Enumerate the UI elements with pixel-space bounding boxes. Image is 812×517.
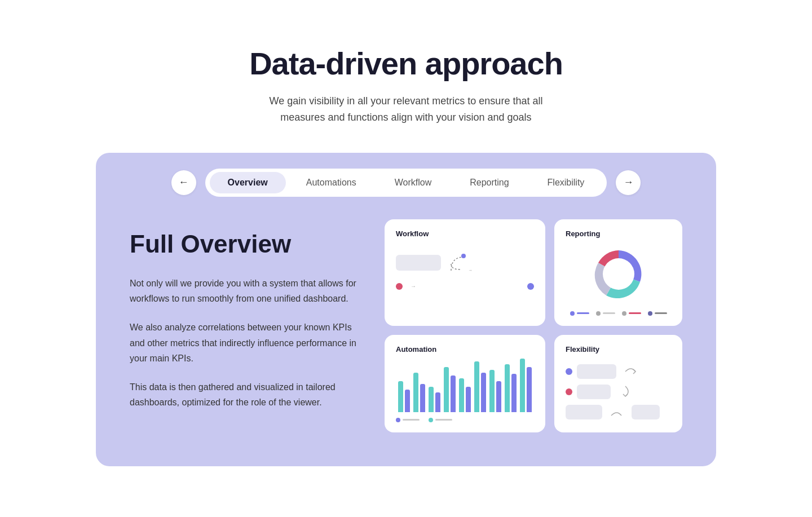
automation-line-2	[435, 419, 452, 421]
bar-teal-7	[489, 370, 495, 412]
tab-workflow[interactable]: Workflow	[377, 172, 450, 193]
wf-dot-purple	[527, 283, 534, 290]
flex-arrow-up-icon	[609, 404, 625, 420]
flex-arrow-right-icon	[623, 364, 639, 379]
flex-bar-3	[566, 405, 602, 419]
workflow-visual: → →	[396, 246, 534, 294]
legend-item-3	[622, 311, 641, 316]
prev-arrow-button[interactable]: ←	[171, 170, 196, 195]
workflow-card-title: Workflow	[396, 229, 534, 238]
description-paragraph-3: This data is then gathered and visualize…	[130, 379, 367, 410]
flexibility-card-title: Flexibility	[566, 345, 671, 353]
automation-card: Automation	[385, 335, 545, 432]
bar-blue-2	[420, 384, 425, 412]
bar-teal-2	[413, 373, 418, 412]
svg-text:→: →	[468, 268, 471, 273]
tabs-container: Overview Automations Workflow Reporting …	[205, 169, 607, 197]
legend-row	[570, 311, 667, 316]
reporting-card: Reporting	[554, 219, 682, 326]
flex-bar-1	[577, 364, 616, 379]
flex-dot-purple	[566, 368, 572, 375]
bar-teal-9	[520, 359, 525, 412]
automation-bar-chart	[396, 361, 534, 412]
legend-line-1	[577, 312, 589, 314]
legend-dot-grey2	[622, 311, 626, 316]
bar-teal-3	[429, 387, 434, 412]
svg-point-0	[461, 254, 466, 258]
reporting-card-title: Reporting	[566, 229, 671, 238]
flex-bar-2	[577, 385, 611, 399]
tab-automations[interactable]: Automations	[288, 172, 374, 193]
bar-teal-5	[459, 378, 464, 412]
flex-row-2	[566, 384, 671, 400]
legend-item-4	[648, 311, 667, 316]
tab-reporting[interactable]: Reporting	[452, 172, 527, 193]
bar-blue-1	[405, 390, 410, 412]
bar-group-4	[444, 367, 456, 412]
bar-blue-9	[527, 367, 532, 412]
left-panel: Full Overview Not only will we provide y…	[130, 219, 367, 424]
bar-teal-8	[505, 364, 510, 412]
tab-overview[interactable]: Overview	[210, 172, 286, 193]
wf-dot-red	[396, 283, 403, 290]
description-paragraph-2: We also analyze correlations between you…	[130, 320, 367, 366]
description-paragraph-1: Not only will we provide you with a syst…	[130, 276, 367, 306]
legend-dot-purple	[570, 311, 575, 316]
automation-legend-teal	[396, 418, 420, 422]
flex-row-1	[566, 364, 671, 379]
automation-card-title: Automation	[396, 345, 534, 353]
workflow-row-2: →	[396, 283, 534, 290]
automation-dot-teal	[429, 418, 433, 422]
flex-dot-red	[566, 388, 572, 395]
bar-teal-4	[444, 367, 449, 412]
bar-group-2	[413, 373, 425, 412]
svg-point-2	[603, 258, 634, 290]
bar-blue-7	[496, 381, 501, 412]
bar-blue-6	[481, 373, 486, 412]
content-area: Full Overview Not only will we provide y…	[96, 208, 716, 466]
bar-blue-3	[435, 392, 440, 412]
right-panel: Workflow →	[385, 219, 682, 432]
legend-dot-dark	[648, 311, 652, 316]
wf-bar-1	[396, 255, 441, 271]
tab-flexibility[interactable]: Flexibility	[529, 172, 603, 193]
bar-blue-4	[451, 375, 456, 412]
page-subtitle: We gain visibility in all your relevant …	[254, 93, 558, 126]
automation-line	[403, 419, 420, 421]
bar-teal-1	[398, 381, 403, 412]
bar-group-8	[505, 364, 517, 412]
section-heading: Full Overview	[130, 231, 367, 258]
legend-line-4	[655, 312, 667, 314]
bar-teal-6	[474, 361, 479, 412]
legend-item-2	[596, 311, 615, 316]
tab-navigation: ← Overview Automations Workflow Reportin…	[96, 153, 716, 208]
workflow-card: Workflow →	[385, 219, 545, 326]
bar-blue-8	[511, 374, 517, 412]
flex-arrow-down-icon	[617, 384, 633, 400]
wf-curve-icon: →	[447, 250, 471, 275]
main-card: ← Overview Automations Workflow Reportin…	[96, 153, 716, 466]
flexibility-visual	[566, 361, 671, 422]
flex-row-3	[566, 404, 671, 420]
workflow-row-1: →	[396, 250, 534, 275]
bar-group-6	[474, 361, 486, 412]
flexibility-card: Flexibility	[554, 335, 682, 432]
legend-line-2	[603, 312, 615, 314]
legend-item-1	[570, 311, 589, 316]
page-title: Data-driven approach	[249, 45, 563, 82]
page-wrapper: Data-driven approach We gain visibility …	[0, 0, 812, 466]
next-arrow-button[interactable]: →	[616, 170, 641, 195]
automation-legend	[396, 418, 534, 422]
legend-line-3	[629, 312, 641, 314]
bar-group-3	[429, 387, 440, 412]
bar-group-9	[520, 359, 532, 412]
bar-blue-5	[466, 387, 471, 412]
flex-bar-4	[632, 405, 660, 419]
automation-dot-blue	[396, 418, 400, 422]
bar-group-1	[398, 381, 410, 412]
bar-group-5	[459, 378, 471, 412]
legend-dot-grey	[596, 311, 601, 316]
automation-legend-blue	[429, 418, 452, 422]
bar-group-7	[489, 370, 501, 412]
header-section: Data-driven approach We gain visibility …	[249, 45, 563, 126]
